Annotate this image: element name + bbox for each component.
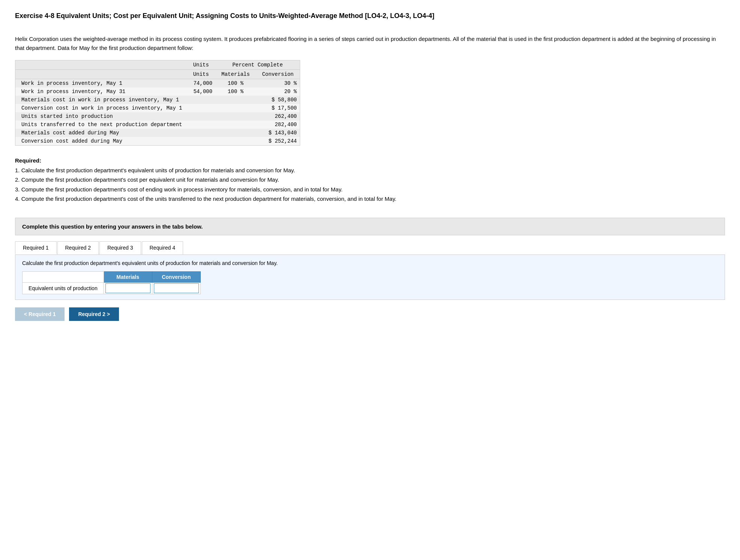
answer-table-wrapper: Materials Conversion Equivalent units of… — [22, 271, 718, 294]
table-row: Units transferred to the next production… — [15, 120, 300, 129]
row-materials — [215, 120, 256, 129]
tab-required-1[interactable]: Required 1 — [15, 241, 57, 254]
required-item: 4. Compute the first production departme… — [15, 194, 725, 204]
row-label: Conversion cost added during May — [15, 137, 187, 145]
row-materials — [215, 96, 256, 104]
table-row: Materials cost in work in process invent… — [15, 96, 300, 104]
materials-input[interactable] — [105, 283, 150, 293]
conversion-input[interactable] — [154, 283, 199, 293]
row-materials: 100 % — [215, 79, 256, 88]
tab-required-4[interactable]: Required 4 — [142, 241, 183, 254]
table-row: Conversion cost added during May$ 252,24… — [15, 137, 300, 145]
th-conversion: Conversion — [256, 70, 300, 79]
next-button[interactable]: Required 2 > — [69, 307, 119, 321]
row-materials — [215, 104, 256, 112]
required-item: 3. Compute the first production departme… — [15, 185, 725, 194]
answer-th-materials: Materials — [104, 271, 152, 282]
row-label: Conversion cost in work in process inven… — [15, 104, 187, 112]
answer-th-label — [23, 271, 104, 282]
row-units: 74,000 — [187, 79, 215, 88]
required-title: Required: — [15, 157, 41, 164]
data-table: Units Percent Complete Units Materials C… — [15, 60, 300, 145]
table-row: Work in process inventory, May 174,00010… — [15, 79, 300, 88]
required-item: 2. Compute the first production departme… — [15, 175, 725, 185]
th-units-2: Units — [187, 70, 215, 79]
th-label-blank — [15, 70, 187, 79]
row-materials — [215, 137, 256, 145]
row-label: Materials cost added during May — [15, 129, 187, 137]
row-label: Materials cost in work in process invent… — [15, 96, 187, 104]
row-label: Work in process inventory, May 31 — [15, 87, 187, 96]
tabs-container: Required 1Required 2Required 3Required 4 — [15, 241, 725, 255]
table-row: Work in process inventory, May 3154,0001… — [15, 87, 300, 96]
row-units — [187, 112, 215, 120]
th-units: Units — [187, 60, 215, 70]
row-conversion: $ 252,244 — [256, 137, 300, 145]
row-units — [187, 137, 215, 145]
row-conversion: $ 143,040 — [256, 129, 300, 137]
row-units — [187, 96, 215, 104]
page-title: Exercise 4-8 Equivalent Units; Cost per … — [15, 11, 725, 21]
nav-buttons: < Required 1 Required 2 > — [15, 307, 725, 321]
answer-th-conversion: Conversion — [152, 271, 200, 282]
row-units — [187, 120, 215, 129]
intro-text: Helix Corporation uses the weighted-aver… — [15, 35, 725, 53]
row-units — [187, 104, 215, 112]
th-materials: Materials — [215, 70, 256, 79]
row-conversion: $ 17,500 — [256, 104, 300, 112]
row-materials: 100 % — [215, 87, 256, 96]
row-conversion: 20 % — [256, 87, 300, 96]
tab-required-3[interactable]: Required 3 — [99, 241, 141, 254]
tab-description: Calculate the first production departmen… — [22, 260, 718, 266]
row-materials — [215, 129, 256, 137]
row-materials — [215, 112, 256, 120]
table-row: Conversion cost in work in process inven… — [15, 104, 300, 112]
answer-row-label: Equivalent units of production — [23, 282, 104, 294]
row-conversion: 282,400 — [256, 120, 300, 129]
answer-table: Materials Conversion Equivalent units of… — [22, 271, 201, 294]
th-percent-complete: Percent Complete — [215, 60, 300, 70]
required-item: 1. Calculate the first production depart… — [15, 166, 725, 175]
required-section: Required: 1. Calculate the first product… — [15, 156, 725, 204]
tab-required-2[interactable]: Required 2 — [57, 241, 99, 254]
row-label: Units started into production — [15, 112, 187, 120]
data-table-wrapper: Units Percent Complete Units Materials C… — [15, 60, 300, 146]
tab-content: Calculate the first production departmen… — [15, 255, 725, 300]
row-units: 54,000 — [187, 87, 215, 96]
table-row: Units started into production262,400 — [15, 112, 300, 120]
row-label: Work in process inventory, May 1 — [15, 79, 187, 88]
row-label: Units transferred to the next production… — [15, 120, 187, 129]
row-conversion: 262,400 — [256, 112, 300, 120]
row-units — [187, 129, 215, 137]
answer-row: Equivalent units of production — [23, 282, 201, 294]
prev-button[interactable]: < Required 1 — [15, 307, 65, 321]
th-empty — [15, 60, 187, 70]
row-conversion: $ 58,800 — [256, 96, 300, 104]
row-conversion: 30 % — [256, 79, 300, 88]
table-row: Materials cost added during May$ 143,040 — [15, 129, 300, 137]
conversion-input-cell — [152, 282, 200, 294]
complete-box: Complete this question by entering your … — [15, 218, 725, 235]
materials-input-cell — [104, 282, 152, 294]
